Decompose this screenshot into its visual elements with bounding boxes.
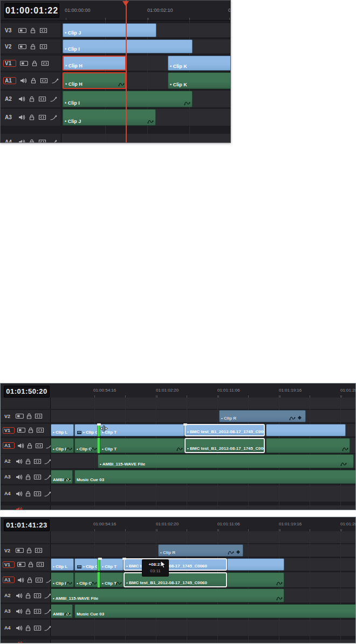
auto-select-icon[interactable] [35,577,43,583]
track-header[interactable]: A12.0 [1,438,51,453]
video-track-icon[interactable] [18,28,26,33]
track-header[interactable]: V3 [1,23,61,37]
track-header[interactable]: V2 [1,39,61,53]
keyframe-diamond-icon[interactable] [298,416,302,420]
speaker-icon[interactable] [16,491,23,497]
clip[interactable] [266,424,346,436]
track-header[interactable]: A45.1 [1,620,51,636]
clip-music-cue-03[interactable]: Music Cue 03 [74,604,356,618]
track-header[interactable]: A42.0 [1,134,61,143]
speaker-icon[interactable] [16,474,23,480]
fade-handle-icon[interactable] [50,96,57,102]
lock-icon[interactable] [27,443,32,449]
clip-clip-l[interactable]: • Clip L [51,558,74,571]
track-label-a1[interactable]: A1 [3,442,15,449]
lock-icon[interactable] [25,474,31,480]
track-header[interactable]: V2 [1,544,51,557]
audio-fade-icon[interactable] [340,462,347,467]
muted-speaker-icon[interactable] [16,506,23,510]
clip-clip-o[interactable]: • Clip O [74,558,98,571]
auto-select-icon[interactable] [38,114,46,120]
lock-icon[interactable] [26,547,32,553]
track-header[interactable]: A45.1 [1,485,51,502]
fade-handle-icon[interactable] [50,139,57,143]
auto-select-icon[interactable] [35,547,43,553]
clip-clip-o[interactable]: • Clip O [74,438,100,453]
track-label-a2[interactable]: A2 [4,458,13,464]
auto-select-icon[interactable] [39,28,47,33]
track-label-a2[interactable]: A2 [4,593,13,598]
clip-clip-h[interactable]: • Clip H [63,56,126,71]
clip-ambi-115-wave-file[interactable]: • AMBI_115-WAVE File [51,588,284,602]
lock-icon[interactable] [25,625,31,631]
track-label-v1[interactable]: V1 [3,60,16,67]
lock-icon[interactable] [29,114,35,120]
auto-select-icon[interactable] [40,78,48,84]
clip-clip-t[interactable]: • Clip T [100,572,124,587]
lock-icon[interactable] [29,96,35,102]
audio-fade-icon[interactable] [115,581,122,586]
clip-ambi-0[interactable]: AMBI_0.. [51,470,73,484]
lock-icon[interactable] [25,608,31,614]
auto-select-icon[interactable] [33,474,42,480]
clip-clip-j[interactable]: • Clip J [63,23,156,37]
lock-icon[interactable] [29,139,35,143]
track-header[interactable]: A22.0 [1,588,51,602]
clip-clip-h[interactable]: • Clip H [63,72,126,89]
clip-bmc-test-b1-2012-08-17-1745-c0060[interactable]: • BMC test_B1_2012-08-17_1745_C0060 [184,438,265,453]
track-label-v2[interactable]: V2 [5,44,15,50]
playhead-handle[interactable] [122,1,129,6]
track-label-a1[interactable]: A1 [3,577,15,583]
audio-fade-icon[interactable] [228,550,234,555]
audio-fade-icon[interactable] [147,119,154,124]
lock-icon[interactable] [30,28,36,33]
audio-fade-icon[interactable] [64,477,71,482]
clip-clip-l[interactable]: • Clip L [51,572,74,587]
trim-edit-bar[interactable] [98,438,100,453]
timeline-ruler[interactable]: 01:00:54:1601:01:02:2001:01:11:0601:01:1… [1,383,355,398]
track-label-a4[interactable]: A4 [4,491,13,496]
lock-icon[interactable] [32,60,37,66]
clip-clip-r[interactable]: • Clip R [158,544,243,557]
audio-fade-icon[interactable] [176,447,183,451]
auto-select-icon[interactable] [33,625,42,631]
clip-clip-i[interactable]: • Clip I [63,39,193,53]
audio-fade-icon[interactable] [289,416,296,421]
auto-select-icon[interactable] [35,443,43,449]
muted-speaker-icon[interactable] [16,641,23,643]
track-header[interactable]: A32.0 [1,604,51,618]
auto-select-icon[interactable] [39,44,47,50]
speaker-icon[interactable] [17,577,24,583]
track-label-a1[interactable]: A1 [3,77,16,84]
clip-ambi-115-wave-file[interactable]: • AMBI_115-WAVE File [98,454,354,468]
track-header[interactable]: V2 [1,410,51,422]
clip-clip-o[interactable]: • Clip O [74,572,100,587]
track-header[interactable]: A12.0 [1,572,51,587]
clip-clip-i[interactable]: • Clip I [63,91,193,107]
trim-edit-bar[interactable] [98,558,100,571]
auto-select-icon[interactable] [35,413,43,419]
clip-clip-t[interactable]: • Clip T [100,424,184,436]
audio-fade-icon[interactable] [276,581,283,586]
lock-icon[interactable] [25,491,31,497]
track-label-v2[interactable]: V2 [4,548,13,553]
track-header[interactable]: V1 [1,424,51,436]
auto-select-icon[interactable] [38,139,46,143]
audio-fade-icon[interactable] [118,82,125,87]
clip-clip-t[interactable]: • Clip T [100,438,184,453]
video-track-icon[interactable] [17,561,25,567]
clip-clip-t[interactable]: • Clip T [100,558,124,571]
clip-clip-j[interactable]: • Clip J [63,109,156,126]
fade-handle-icon[interactable] [52,78,59,84]
audio-fade-icon[interactable] [91,447,97,451]
clip-bmc-test-b1-2012-08-17-1745-c0060[interactable]: • BMC test_B1_2012-08-17_1745_C0060 [124,558,227,571]
clip-clip-k[interactable]: • Clip K [168,72,231,89]
auto-select-icon[interactable] [38,96,46,102]
audio-fade-icon[interactable] [66,581,72,586]
auto-select-icon[interactable] [33,608,42,614]
track-header[interactable] [1,505,51,510]
auto-select-icon[interactable] [33,491,42,497]
speaker-icon[interactable] [16,458,23,464]
track-label-v1[interactable]: V1 [3,561,15,568]
track-label-v1[interactable]: V1 [3,427,15,434]
